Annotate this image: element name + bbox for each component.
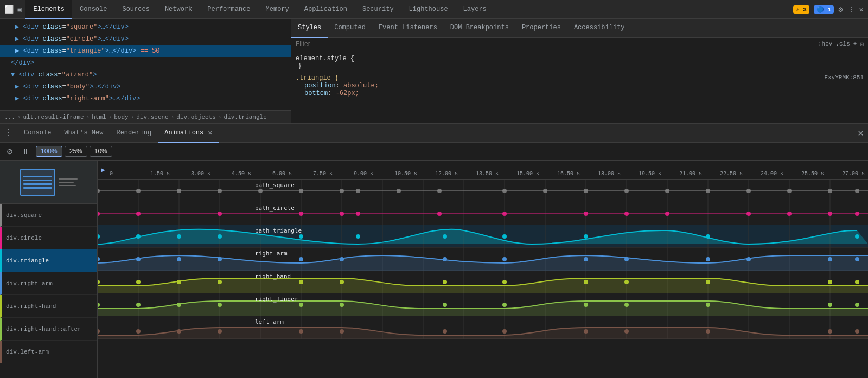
svg-text:path_circle: path_circle xyxy=(255,204,295,212)
time-marker: 22.50 s xyxy=(719,171,760,177)
svg-point-146 xyxy=(746,257,751,261)
styles-tab-styles[interactable]: Styles xyxy=(291,19,328,38)
styles-tabs: StylesComputedEvent ListenersDOM Breakpo… xyxy=(291,19,868,38)
svg-point-244 xyxy=(218,329,222,334)
breadcrumb-item[interactable]: ult.result-iframe xyxy=(23,114,84,120)
top-tab-console[interactable]: Console xyxy=(72,0,114,19)
svg-point-218 xyxy=(855,303,859,307)
anim-label-div-left-arm[interactable]: div.left-arm xyxy=(0,341,97,363)
breadcrumb: ...›ult.result-iframe›html›body›div.scen… xyxy=(0,110,291,123)
svg-point-103 xyxy=(136,234,141,239)
dom-line[interactable]: ▶ <div class="triangle">…</div> == $0 xyxy=(0,45,291,57)
dom-line[interactable]: </div> xyxy=(0,57,291,69)
svg-text:left_arm: left_arm xyxy=(255,318,284,325)
close-icon[interactable]: ✕ xyxy=(859,5,864,14)
top-tab-performance[interactable]: Performance xyxy=(200,0,258,19)
breadcrumb-item[interactable]: div.triangle xyxy=(224,114,267,120)
svg-point-30 xyxy=(397,189,401,193)
top-tab-security[interactable]: Security xyxy=(355,0,401,19)
top-tab-layers[interactable]: Layers xyxy=(456,0,494,19)
preview-mini-line-1 xyxy=(59,178,78,180)
svg-point-251 xyxy=(706,329,710,334)
breadcrumb-item[interactable]: div.objects xyxy=(176,114,216,120)
speed-button-10%[interactable]: 10% xyxy=(90,146,112,157)
svg-point-41 xyxy=(855,189,859,193)
styles-tab-accessibility[interactable]: Accessibility xyxy=(567,19,631,38)
timeline-play-icon[interactable]: ▶ xyxy=(98,161,108,179)
drawer-close-button[interactable]: ✕ xyxy=(853,127,868,139)
drawer-menu-icon[interactable]: ⋮ xyxy=(0,127,17,138)
anim-label-div-right-hand[interactable]: div.right-hand xyxy=(0,295,97,318)
drawer-tab-console[interactable]: Console xyxy=(17,124,58,143)
svg-point-105 xyxy=(218,234,222,239)
svg-point-28 xyxy=(340,189,344,193)
svg-point-148 xyxy=(855,257,859,261)
more-icon[interactable]: ⋮ xyxy=(847,5,855,14)
svg-point-107 xyxy=(356,234,360,239)
styles-tab-computed[interactable]: Computed xyxy=(328,19,372,38)
svg-point-216 xyxy=(706,303,710,307)
top-tab-application[interactable]: Application xyxy=(297,0,355,19)
anim-right: ▶ 01.50 s3.00 s4.50 s6.00 s7.50 s9.00 s1… xyxy=(98,161,868,378)
anim-timeline-header: ▶ 01.50 s3.00 s4.50 s6.00 s7.50 s9.00 s1… xyxy=(98,161,868,180)
stop-button[interactable]: ⊘ xyxy=(4,146,15,157)
svg-point-213 xyxy=(502,303,507,307)
dom-line[interactable]: ▼ <div class="wizard"> xyxy=(0,69,291,81)
svg-point-112 xyxy=(855,234,859,239)
toggle-sidebar-button[interactable]: ⊡ xyxy=(860,41,864,48)
dom-line[interactable]: ▶ <div class="square">…</div> xyxy=(0,21,291,33)
svg-text:right arm: right arm xyxy=(255,250,288,257)
anim-label-div-right-hand--after[interactable]: div.right-hand::after xyxy=(0,318,97,341)
anim-main: div.squarediv.circlediv.trianglediv.righ… xyxy=(0,161,868,378)
anim-label-div-triangle[interactable]: div.triangle xyxy=(0,249,97,272)
rule-header: element.style { xyxy=(296,55,864,62)
rule-source[interactable]: ExyYRMK:851 xyxy=(824,74,864,82)
svg-point-70 xyxy=(356,212,360,216)
svg-point-33 xyxy=(543,189,547,193)
filter-input[interactable] xyxy=(296,40,814,48)
styles-tab-properties[interactable]: Properties xyxy=(515,19,567,38)
left-panel: ▶ <div class="square">…</div>▶ <div clas… xyxy=(0,19,291,123)
svg-point-182 xyxy=(828,280,832,284)
top-tab-sources[interactable]: Sources xyxy=(114,0,157,19)
breadcrumb-item[interactable]: body xyxy=(114,114,128,120)
top-tab-lighthouse[interactable]: Lighthouse xyxy=(401,0,456,19)
anim-tracks: path_squarepath_circlepath_triangleright… xyxy=(98,180,868,378)
anim-label-div-circle[interactable]: div.circle xyxy=(0,227,97,249)
top-bar-right: ⚠ 3 🔵 1 ⚙ ⋮ ✕ xyxy=(789,5,868,14)
speed-button-100%[interactable]: 100% xyxy=(36,146,62,157)
top-tab-memory[interactable]: Memory xyxy=(258,0,297,19)
breadcrumb-item[interactable]: ... xyxy=(4,114,15,120)
anim-label-div-right-arm[interactable]: div.right-arm xyxy=(0,272,97,295)
svg-point-206 xyxy=(98,303,100,307)
settings-icon[interactable]: ⚙ xyxy=(838,5,843,14)
hover-button[interactable]: :hov xyxy=(818,41,832,47)
styles-tab-event-listeners[interactable]: Event Listeners xyxy=(372,19,444,38)
breadcrumb-item[interactable]: html xyxy=(92,114,106,120)
tab-close-button[interactable]: ✕ xyxy=(208,128,212,137)
drawer-tab-animations[interactable]: Animations✕ xyxy=(158,124,219,143)
dock-icon[interactable]: ▣ xyxy=(17,5,21,14)
anim-label-div-square[interactable]: div.square xyxy=(0,204,97,227)
svg-point-180 xyxy=(624,280,629,284)
position-prop: position: absolute; xyxy=(296,82,864,89)
dom-line[interactable]: ▶ <div class="circle">…</div> xyxy=(0,33,291,45)
device-toolbar-icon[interactable]: ⬜ xyxy=(4,5,14,14)
styles-tab-dom-breakpoints[interactable]: DOM Breakpoints xyxy=(444,19,515,38)
svg-point-76 xyxy=(746,212,751,216)
drawer-tab-rendering[interactable]: Rendering xyxy=(110,124,158,143)
drawer-tab-whats-new[interactable]: What's New xyxy=(58,124,110,143)
dom-line[interactable]: ▶ <div class="right-arm">…</div> xyxy=(0,93,291,105)
top-tab-elements[interactable]: Elements xyxy=(25,0,72,19)
cls-button[interactable]: .cls xyxy=(835,41,850,47)
speed-button-25%[interactable]: 25% xyxy=(65,146,87,157)
svg-point-243 xyxy=(177,329,181,334)
add-style-button[interactable]: + xyxy=(853,41,857,47)
breadcrumb-item[interactable]: div.scene xyxy=(136,114,168,120)
dom-line[interactable]: ▶ <div class="body">…</div> xyxy=(0,81,291,93)
top-tab-network[interactable]: Network xyxy=(157,0,200,19)
time-marker: 6.00 s xyxy=(271,171,312,177)
triangle-selector: .triangle { xyxy=(296,74,339,82)
pause-button[interactable]: ⏸ xyxy=(20,146,31,157)
preview-lines-right xyxy=(59,178,78,186)
